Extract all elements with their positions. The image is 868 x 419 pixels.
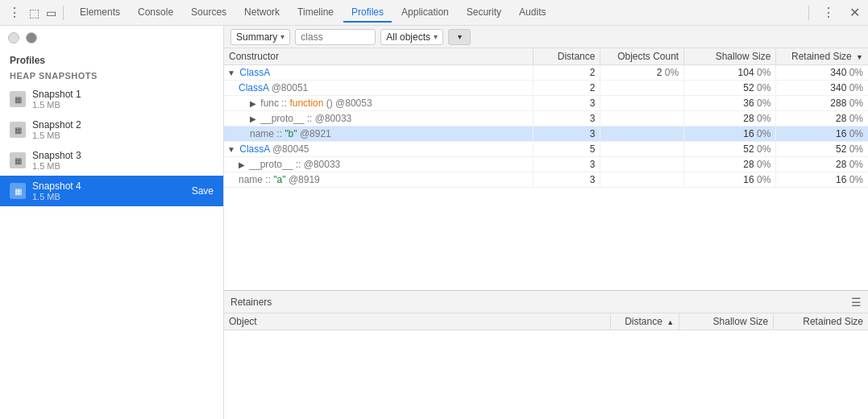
node-proto-prefix: __proto__ :: xyxy=(260,113,314,124)
th-shallow-size[interactable]: Shallow Size xyxy=(684,48,776,65)
snapshot-info-active: Snapshot 4 1.5 MB xyxy=(32,180,81,201)
distance-cell: 3 xyxy=(534,157,600,172)
retainers-menu-icon[interactable]: ☰ xyxy=(851,296,862,309)
devtools-more-icon[interactable]: ⋮ xyxy=(817,5,840,20)
table-row[interactable]: ▶ func :: function () @80053 3 36 0% 288… xyxy=(224,96,868,111)
snapshot-item-active[interactable]: ▦ Snapshot 4 1.5 MB Save xyxy=(0,176,223,206)
objects-filter-label: All objects xyxy=(386,31,430,43)
tab-elements[interactable]: Elements xyxy=(72,3,128,23)
expand-arrow[interactable]: ▶ xyxy=(239,160,245,169)
sidebar: Profiles HEAP SNAPSHOTS ▦ Snapshot 1 1.5… xyxy=(0,26,224,419)
expand-arrow[interactable]: ▶ xyxy=(250,99,256,108)
retainers-table-container: Object Distance ▲ Shallow Size xyxy=(224,313,868,419)
retained-size-cell: 16 0% xyxy=(776,172,868,188)
constructor-cell: ▶ __proto__ :: @80033 xyxy=(224,111,534,127)
table-row[interactable]: name :: "a" @8919 3 16 0% 16 0% xyxy=(224,172,868,188)
th-distance[interactable]: Distance xyxy=(534,48,600,65)
th-shallow-label: Shallow Size xyxy=(716,51,771,62)
snapshot-size: 1.5 MB xyxy=(32,100,81,110)
snapshot-item[interactable]: ▦ Snapshot 1 1.5 MB xyxy=(0,84,223,114)
th-retainer-shallow[interactable]: Shallow Size xyxy=(679,313,774,330)
view-arrow: ▾ xyxy=(280,32,284,41)
tab-audits[interactable]: Audits xyxy=(511,3,554,23)
objects-count-cell xyxy=(600,81,684,96)
node-classA-instance: ClassA xyxy=(239,82,272,93)
snapshot-size: 1.5 MB xyxy=(32,131,81,140)
snapshot-item[interactable]: ▦ Snapshot 3 1.5 MB xyxy=(0,145,223,176)
expand-arrow[interactable]: ▼ xyxy=(227,145,235,154)
objects-filter-select[interactable]: All objects ▾ xyxy=(380,29,443,45)
th-constructor-label: Constructor xyxy=(229,51,279,62)
snapshot-name: Snapshot 2 xyxy=(32,119,81,131)
objects-count-cell xyxy=(600,142,684,157)
th-ret-retained-label: Retained Size xyxy=(803,316,863,327)
view-select[interactable]: Summary ▾ xyxy=(230,29,290,45)
distance-cell: 3 xyxy=(534,127,600,142)
toolbar-separator xyxy=(63,6,64,20)
th-distance-label: Distance xyxy=(558,51,596,62)
node-func-keyword: function xyxy=(289,97,323,109)
sort-desc-arrow: ▼ xyxy=(856,53,863,61)
heap-snapshots-label: HEAP SNAPSHOTS xyxy=(0,68,223,84)
expand-arrow[interactable]: ▼ xyxy=(227,68,235,77)
snapshot-name: Snapshot 1 xyxy=(32,89,81,100)
stop-button[interactable] xyxy=(26,32,37,44)
sidebar-top xyxy=(0,26,223,50)
snapshot-icon: ▦ xyxy=(10,91,26,107)
objects-count-cell xyxy=(600,111,684,127)
table-row[interactable]: ▶ __proto__ :: @80033 3 28 0% 28 0% xyxy=(224,111,868,127)
view-label: Summary xyxy=(236,31,277,43)
table-retainers-container: Constructor Distance Objects Count Shall… xyxy=(224,48,868,419)
objects-count-cell xyxy=(600,127,684,142)
constructor-cell: ▼ ClassA @80045 xyxy=(224,142,534,157)
filter-dropdown-button[interactable]: ▾ xyxy=(448,29,471,45)
th-retainer-distance[interactable]: Distance ▲ xyxy=(610,313,679,330)
th-object-label: Object xyxy=(229,316,257,327)
table-row[interactable]: ▼ ClassA 2 2 0% 104 0% 340 0% xyxy=(224,65,868,81)
tab-console[interactable]: Console xyxy=(130,3,181,23)
toolbar-right: ⋮ ✕ xyxy=(805,5,865,20)
table-row-selected[interactable]: name :: "b" @8921 3 16 0% 16 0% xyxy=(224,127,868,142)
expand-arrow[interactable]: ▶ xyxy=(250,114,256,123)
th-ret-shallow-label: Shallow Size xyxy=(713,316,769,327)
devtools-toolbar: ⋮ ⬚ ▭ Elements Console Sources Network T… xyxy=(0,0,868,26)
node-name2-ref: @8919 xyxy=(286,174,320,185)
retainers-table: Object Distance ▲ Shallow Size xyxy=(224,313,868,330)
save-link[interactable]: Save xyxy=(192,185,214,197)
constructor-cell: ClassA @80051 xyxy=(224,81,534,96)
record-button[interactable] xyxy=(8,32,19,44)
snapshot-info: Snapshot 2 1.5 MB xyxy=(32,119,81,140)
th-object[interactable]: Object xyxy=(224,313,610,330)
objects-count-cell xyxy=(600,157,684,172)
snapshot-icon-active: ▦ xyxy=(10,183,26,199)
table-row[interactable]: ▶ __proto__ :: @80033 3 28 0% 28 0% xyxy=(224,157,868,172)
class-filter-input[interactable] xyxy=(295,29,376,45)
shallow-size-cell: 36 0% xyxy=(684,96,776,111)
tab-profiles[interactable]: Profiles xyxy=(343,3,392,23)
th-constructor[interactable]: Constructor xyxy=(224,48,534,65)
retained-size-cell: 28 0% xyxy=(776,111,868,127)
table-row[interactable]: ClassA @80051 2 52 0% 340 0% xyxy=(224,81,868,96)
retained-size-cell: 340 0% xyxy=(776,81,868,96)
tab-application[interactable]: Application xyxy=(393,3,457,23)
th-retainer-retained[interactable]: Retained Size xyxy=(774,313,868,330)
tab-sources[interactable]: Sources xyxy=(183,3,235,23)
tab-network[interactable]: Network xyxy=(236,3,288,23)
th-objects-count[interactable]: Objects Count xyxy=(600,48,684,65)
th-retained-size[interactable]: Retained Size ▼ xyxy=(776,48,868,65)
snapshot-name: Snapshot 3 xyxy=(32,150,81,161)
tab-security[interactable]: Security xyxy=(459,3,509,23)
constructor-cell: ▶ __proto__ :: @80033 xyxy=(224,157,534,172)
retained-size-cell: 340 0% xyxy=(776,65,868,81)
devtools-close-icon[interactable]: ✕ xyxy=(845,5,865,20)
node-name-ref: @8921 xyxy=(297,128,331,139)
snapshot-item[interactable]: ▦ Snapshot 2 1.5 MB xyxy=(0,114,223,145)
node-proto2-ref: @80033 xyxy=(304,159,341,170)
device-icon[interactable]: ▭ xyxy=(43,6,60,19)
shallow-size-cell: 52 0% xyxy=(684,142,776,157)
inspect-icon[interactable]: ⬚ xyxy=(26,6,43,19)
more-dots-icon[interactable]: ⋮ xyxy=(3,5,26,20)
th-objects-label: Objects Count xyxy=(617,51,679,62)
tab-timeline[interactable]: Timeline xyxy=(289,3,342,23)
table-row[interactable]: ▼ ClassA @80045 5 52 0% 52 0% xyxy=(224,142,868,157)
